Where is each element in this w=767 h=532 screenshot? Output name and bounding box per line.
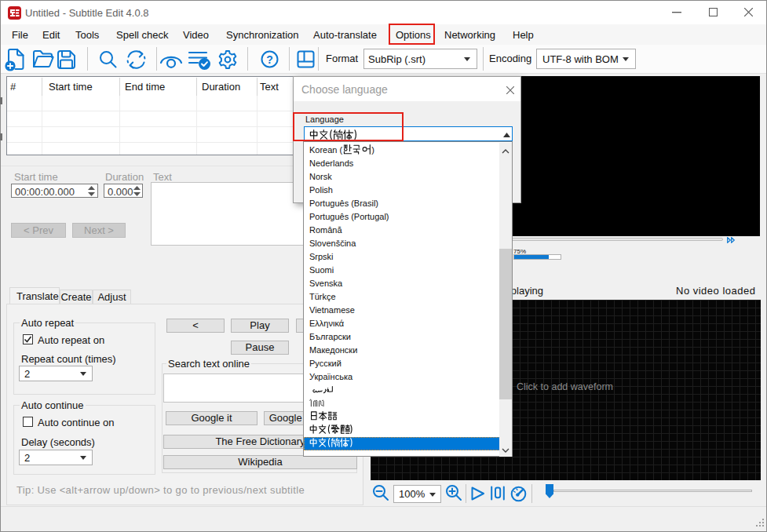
- svg-text:?: ?: [266, 53, 273, 66]
